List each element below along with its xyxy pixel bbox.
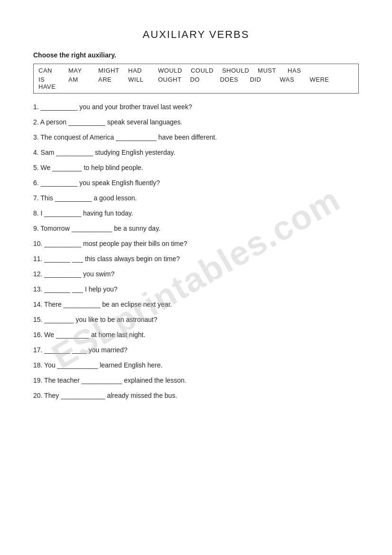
verb-box: CANMAYMIGHTHADWOULDCOULDSHOULDMUSTHAS IS…: [33, 64, 359, 94]
question-item: 2. A person __________ speak several lan…: [33, 117, 359, 127]
question-item: 10. __________ most people pay their bil…: [33, 239, 359, 249]
verb-row-1: CANMAYMIGHTHADWOULDCOULDSHOULDMUSTHAS: [38, 67, 354, 74]
verb-item: HAD: [128, 67, 149, 74]
verb-item: AM: [68, 76, 90, 83]
question-item: 13. _______ ___ I help you?: [33, 284, 359, 294]
verb-item: MUST: [258, 67, 279, 74]
verb-item: HAS: [288, 67, 309, 74]
question-item: 20. They ____________ already missed the…: [33, 391, 359, 401]
question-item: 19. The teacher ___________ explained th…: [33, 376, 359, 386]
verb-item: WERE: [309, 76, 331, 83]
question-item: 18. You ___________ learned English here…: [33, 360, 359, 370]
verb-item: OUGHT: [158, 76, 181, 83]
questions-list: 1. __________ you and your brother trave…: [33, 102, 359, 401]
verb-item: DOES: [220, 76, 241, 83]
verb-item: COULD: [191, 67, 214, 74]
question-item: 16. We _________ at home last night.: [33, 330, 359, 340]
question-item: 15. ________ you like to be an astronaut…: [33, 315, 359, 325]
question-item: 1. __________ you and your brother trave…: [33, 102, 359, 112]
verb-item: DID: [250, 76, 271, 83]
verb-item: WAS: [280, 76, 301, 83]
page-title: AUXILIARY VERBS: [33, 28, 359, 41]
verb-row-2: ISAMAREWILLOUGHTDODOESDIDWASWEREHAVE: [38, 76, 354, 90]
question-item: 6. __________ you speak English fluently…: [33, 178, 359, 188]
verb-item: WOULD: [158, 67, 182, 74]
question-item: 3. The conquest of America ___________ h…: [33, 132, 359, 142]
question-item: 4. Sam __________ studying English yeste…: [33, 148, 359, 158]
verb-item: ARE: [98, 76, 120, 83]
question-item: 5. We ________ to help blind people.: [33, 163, 359, 173]
question-item: 11. _______ ___ this class always begin …: [33, 254, 359, 264]
question-item: 8. I __________ having fun today.: [33, 208, 359, 218]
verb-item: MAY: [68, 67, 90, 74]
verb-item: MIGHT: [98, 67, 120, 74]
question-item: 9. Tomorrow ___________ be a sunny day.: [33, 224, 359, 234]
question-item: 14. There __________ be an eclipse next …: [33, 300, 359, 310]
verb-item: WILL: [128, 76, 149, 83]
question-item: 12. __________ you swim?: [33, 269, 359, 279]
verb-item: DO: [190, 76, 211, 83]
verb-item: IS: [38, 76, 60, 83]
verb-item: SHOULD: [222, 67, 249, 74]
instruction: Choose the right auxiliary.: [33, 51, 359, 59]
verb-item: HAVE: [38, 83, 60, 90]
question-item: 7. This __________ a good lesson.: [33, 193, 359, 203]
question-item: 17. _______ ____ you married?: [33, 345, 359, 355]
verb-item: CAN: [38, 67, 60, 74]
